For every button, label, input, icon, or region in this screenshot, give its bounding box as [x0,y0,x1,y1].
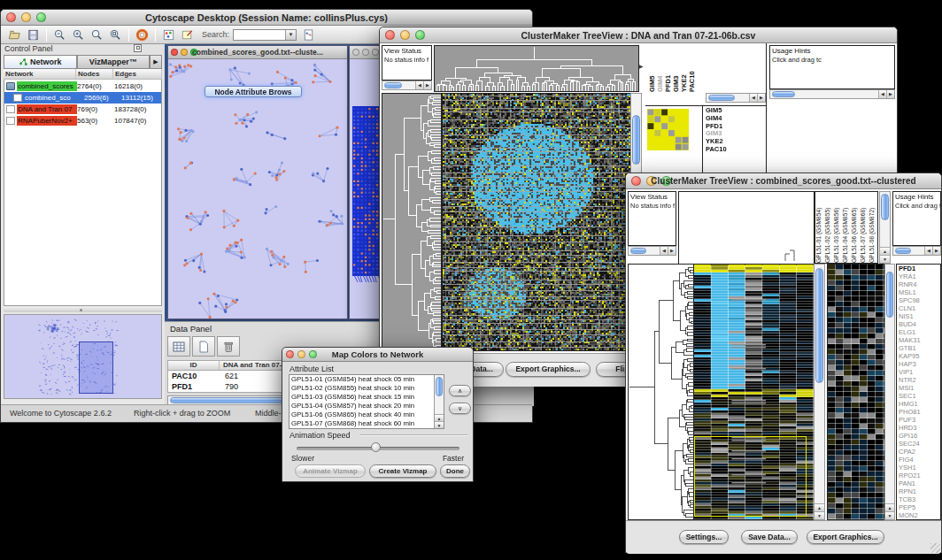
gene-name[interactable]: NIS1 [899,312,940,320]
open-icon[interactable] [6,27,23,42]
slider-thumb[interactable] [371,442,381,452]
gene-name[interactable]: GPI16 [899,432,940,440]
tab-vizmapper[interactable]: VizMapper™ [77,55,151,69]
scrollbar-thumb[interactable] [886,272,893,318]
column-label[interactable]: GPL51-08 (GSM872) [869,192,877,263]
vizmapper-icon[interactable] [160,27,177,42]
column-label[interactable]: GPL51-02 (GSM855) [824,192,833,263]
column-label[interactable]: PAC10 [688,45,696,92]
scrollbar-thumb[interactable] [384,82,402,88]
tv1-heatmap[interactable] [442,93,631,351]
column-label[interactable]: GIM3 [672,45,680,92]
scrollbar-thumb[interactable] [708,95,735,101]
export-graphics-button[interactable]: Export Graphics... [807,530,884,544]
gene-name[interactable]: YRA1 [899,272,940,280]
frame-zoom-icon[interactable] [372,49,379,56]
gene-name[interactable]: CLN1 [899,304,940,312]
gene-name[interactable]: SEC1 [899,392,940,400]
table-view-icon[interactable] [167,336,190,357]
network-table-header[interactable]: Network Nodes Edges [4,69,162,80]
column-label[interactable]: GIM5 [648,45,656,92]
help-lifebuoy-icon[interactable] [134,27,151,42]
network-canvas[interactable] [168,59,347,318]
tv1-column-dendrogram[interactable] [434,45,639,92]
gene-name[interactable]: CPA2 [899,448,940,456]
network-table-row[interactable]: DNA and Tran 07 769(0) 183728(0) [4,104,161,115]
column-label[interactable]: PFD1 [664,45,672,92]
tv2-hints-hscrollbar[interactable]: ◀▶ [892,246,941,256]
trash-icon[interactable] [217,336,240,357]
attribute-item[interactable]: GPL51-01 (GSM854) heat shock 05 min [290,375,434,384]
gene-name[interactable]: MON2 [899,511,940,519]
birdseye-view-canvas[interactable] [4,314,162,399]
gene-name[interactable]: PAN1 [899,479,940,487]
tv2-heatmap-vscrollbar[interactable]: ▲▼ [814,264,825,520]
tab-overflow-arrow[interactable]: ▶ [150,55,162,69]
tv2-zoom-detail-heatmap[interactable] [827,264,885,520]
main-titlebar[interactable]: Cytoscape Desktop (Session Name: collins… [1,10,532,26]
attribute-item[interactable]: GPL51-07 (GSM868) heat shock 60 min [290,419,434,428]
new-document-icon[interactable] [192,336,215,357]
gene-name[interactable]: RPN1 [899,487,940,495]
network-table-row[interactable]: combined_sco 2569(6) 13112(15) [4,92,161,104]
attribute-item[interactable]: GPL51-04 (GSM857) heat shock 20 min [290,402,434,410]
tv1-status-hscrollbar[interactable]: ◀▶ [382,81,432,90]
gene-name[interactable]: KAP95 [899,352,940,360]
node-attribute-browser-tab[interactable]: Node Attribute Brows [205,86,302,97]
scrollbar-thumb[interactable] [815,268,823,383]
column-label[interactable]: GPL51-07 (GSM868) [860,192,869,263]
settings-button[interactable]: Settings... [679,530,729,544]
tv1-summary-matrix[interactable] [647,109,689,150]
tv2-status-hscrollbar[interactable]: ◀▶ [628,246,676,256]
tv1-titlebar[interactable]: ClusterMaker TreeView : DNA and Tran 07-… [380,27,897,43]
column-label[interactable]: GIM4 [656,45,664,92]
tv2-row-dendrogram[interactable] [628,264,694,520]
frame-minimize-icon[interactable] [362,49,369,56]
network-frame-titlebar[interactable]: combined_scores_good.txt--cluste... [168,46,347,59]
move-up-button[interactable]: ∧ [449,385,471,396]
gene-name[interactable]: HRD3 [899,424,940,432]
network-table-row[interactable]: combined_scores 2764(0) 16218(0) [4,81,161,92]
tv1-row-dendrogram[interactable] [382,93,442,351]
zoom-selected-icon[interactable] [89,27,105,42]
gene-name[interactable]: SEC24 [899,440,940,448]
column-label[interactable]: GPL51-01 (GSM854) [815,192,824,263]
dialog-titlebar[interactable]: Map Colors to Network [282,348,473,362]
gene-name[interactable]: RNR4 [899,280,940,288]
search-input[interactable]: ▼ [233,29,297,41]
listbox-vscrollbar[interactable]: ▲ ▼ [434,375,444,428]
chevron-down-icon[interactable]: ▼ [285,30,296,40]
network-doc-icon[interactable] [300,27,317,42]
gene-name[interactable]: VIP1 [899,368,940,376]
gene-name[interactable]: BUD4 [899,320,940,328]
tv1-hints-hscrollbar[interactable]: ◀▶ [769,89,895,99]
export-graphics-button[interactable]: Export Graphics... [506,362,591,377]
tv2-titlebar[interactable]: ClusterMaker TreeView : combined_scores_… [626,173,941,189]
column-label[interactable]: YKE2 [680,45,688,92]
gene-name[interactable]: HAP3 [899,360,940,368]
gene-name[interactable]: NTR2 [899,376,940,384]
scrollbar-thumb[interactable] [895,248,911,254]
animate-vizmap-button[interactable]: Animate Vizmap [295,464,366,478]
gene-name[interactable]: FIG4 [899,456,940,464]
gene-name[interactable]: PEP5 [899,503,940,511]
tab-network[interactable]: Network [4,55,77,69]
gene-name[interactable]: HMG1 [899,400,940,408]
float-panel-icon[interactable] [134,44,142,52]
scrollbar-thumb[interactable] [436,377,443,396]
save-data-button[interactable]: Save Data... [741,530,798,544]
gene-name[interactable]: MSL1 [899,288,940,296]
gene-name[interactable]: PFD1 [899,265,940,272]
gene-label[interactable]: PAC10 [706,146,764,154]
network-grid-canvas[interactable] [352,106,381,283]
attribute-item[interactable]: GPL51-03 (GSM856) heat shock 15 min [290,393,434,402]
resize-grip[interactable] [930,543,940,553]
column-label[interactable]: GPL51-04 (GSM857) [842,192,851,263]
gene-name[interactable]: GTB1 [899,344,940,352]
expand-arrow-icon[interactable]: ▶ [639,63,644,69]
gene-name[interactable]: TCB3 [899,495,940,503]
attribute-listbox[interactable]: GPL51-01 (GSM854) heat shock 05 minGPL51… [289,374,444,429]
scrollbar-thumb[interactable] [630,248,646,254]
tv1-matrix-hscrollbar[interactable]: ◀▶ [706,93,766,103]
tv2-heatmap[interactable] [693,264,815,520]
